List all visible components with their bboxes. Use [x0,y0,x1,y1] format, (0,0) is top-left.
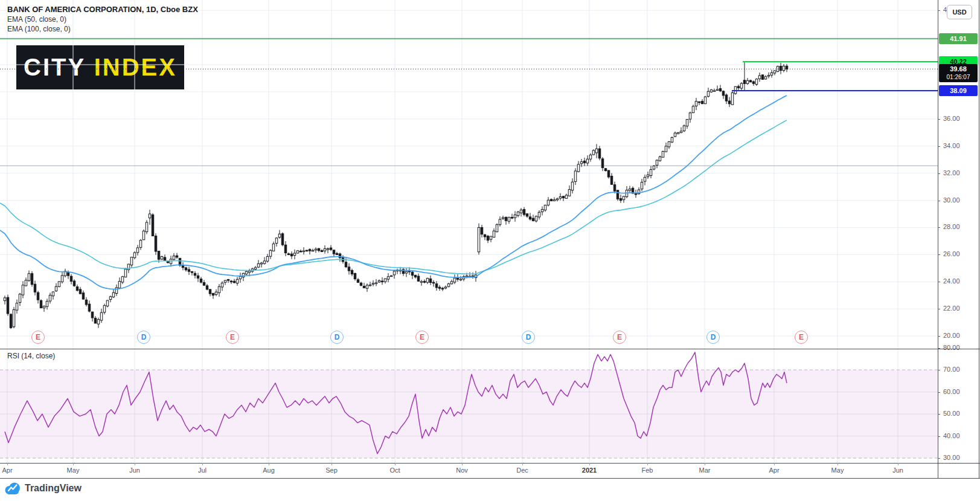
price-tick-mark [938,119,940,120]
time-label-Dec[interactable]: Dec [516,467,528,474]
time-label-Nov[interactable]: Nov [456,467,468,474]
last-price-value: 39.68 [950,65,967,73]
time-tick-mark [647,463,648,465]
currency-button[interactable]: USD [947,5,972,19]
price-tick-label: 32.00 [943,169,960,176]
tradingview-brand-text: TradingView [25,483,82,494]
time-label-Oct[interactable]: Oct [389,467,400,474]
price-tick-mark [938,173,940,174]
ema50-legend[interactable]: EMA (50, close, 0) [7,15,198,24]
earnings-marker[interactable]: E [795,331,808,344]
rsi-tick-label: 80.00 [943,344,960,351]
time-label-Sep[interactable]: Sep [325,467,338,474]
time-label-Apr[interactable]: Apr [2,467,12,474]
price-tag-41-91: 41.91 [939,33,978,44]
ema100-legend[interactable]: EMA (100, close, 0) [7,24,198,34]
price-tick-label: 24.00 [943,277,960,285]
rsi-tick-label: 30.00 [943,454,960,461]
rsi-tick-mark [938,348,940,349]
rsi-tick-mark [938,370,940,370]
price-tick-mark [938,336,940,337]
time-tick-mark [331,463,332,465]
earnings-marker[interactable]: E [31,331,45,344]
rsi-pane-canvas[interactable] [0,349,938,463]
tradingview-icon [5,482,21,495]
time-label-Aug[interactable]: Aug [263,467,275,474]
time-tick-mark [774,463,775,465]
last-price-tag: 39.68 01:26:07 [939,64,978,82]
rsi-legend[interactable]: RSI (14, close) [7,352,55,360]
time-label-Apr[interactable]: Apr [769,467,779,474]
time-axis-area[interactable]: AprMayJunJulAugSepOctNovDec2021FebMarApr… [0,463,938,478]
rsi-tick-label: 70.00 [943,366,960,373]
time-label-Jul[interactable]: Jul [198,467,207,474]
time-label-Mar[interactable]: Mar [699,467,711,474]
dividend-marker[interactable]: D [522,331,535,344]
time-label-Jun[interactable]: Jun [129,467,140,474]
price-tick-label: 30.00 [943,196,960,204]
price-tick-label: 34.00 [943,142,960,149]
time-label-May[interactable]: May [831,467,844,474]
price-tick-mark [938,309,940,309]
chart-legend: BANK OF AMERICA CORPORATION, 1D, Cboe BZ… [7,5,198,34]
rsi-tick-mark [938,414,940,415]
time-tick-mark [837,463,838,465]
earnings-marker[interactable]: E [613,331,626,344]
price-tick-mark [938,201,940,201]
dividend-marker[interactable]: D [706,331,720,344]
price-tick-label: 20.00 [943,332,960,339]
time-tick-mark [395,463,396,465]
price-tick-label: 36.00 [943,115,960,122]
dividend-marker[interactable]: D [330,331,344,344]
chart-window: CITY INDEX EDEDEDEDE BANK OF AMERICA COR… [0,0,980,501]
time-tick-mark [898,463,898,465]
time-tick-mark [202,463,203,465]
time-tick-mark [73,463,74,465]
price-tick-label: 22.00 [943,305,960,312]
ema50-line[interactable] [0,95,787,289]
price-axis-area[interactable]: USD 41.91 40.22 39.68 01:26:07 38.09 44.… [938,0,980,479]
price-tick-label: 26.00 [943,250,960,257]
candlestick-series[interactable] [4,62,788,329]
time-axis-bottom-border [0,478,980,479]
pane-divider[interactable] [0,349,980,349]
time-tick-mark [462,463,463,465]
price-tick-mark [938,146,940,147]
time-tick-mark [522,463,523,465]
symbol-title[interactable]: BANK OF AMERICA CORPORATION, 1D, Cboe BZ… [7,5,198,15]
time-tick-mark [7,463,8,465]
price-pane-canvas[interactable] [0,0,938,349]
tradingview-logo[interactable]: TradingView [5,482,82,495]
earnings-marker[interactable]: E [415,331,429,344]
price-tick-mark [938,227,940,228]
rsi-tick-mark [938,436,940,437]
bar-countdown: 01:26:07 [947,73,970,81]
price-tick-label: 28.00 [943,223,960,230]
time-tick-mark [135,463,135,465]
time-label-2021[interactable]: 2021 [582,467,597,474]
rsi-tick-mark [938,458,940,459]
rsi-tick-label: 40.00 [943,432,960,439]
rsi-tick-label: 50.00 [943,410,960,417]
price-tick-mark [938,254,940,255]
price-tick-mark [938,10,940,11]
time-label-May[interactable]: May [67,467,80,474]
time-tick-mark [589,463,590,465]
price-tick-mark [938,282,940,282]
earnings-marker[interactable]: E [226,331,239,344]
time-tick-mark [269,463,269,465]
rsi-tick-label: 60.00 [943,388,960,395]
rsi-tick-mark [938,392,940,393]
time-tick-mark [705,463,705,465]
price-tag-38-09: 38.09 [939,85,978,96]
dividend-marker[interactable]: D [137,331,150,344]
time-label-Jun[interactable]: Jun [892,467,903,474]
time-label-Feb[interactable]: Feb [642,467,653,474]
